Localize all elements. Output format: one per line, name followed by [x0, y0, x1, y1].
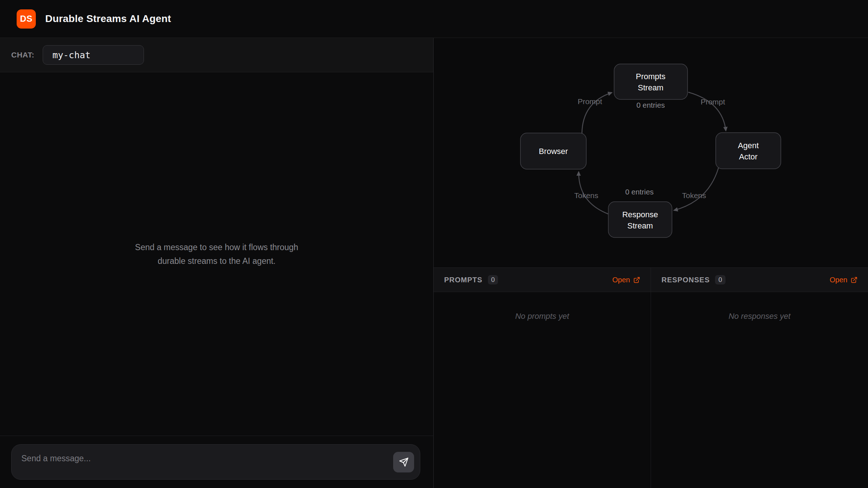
- node-browser: Browser: [520, 133, 586, 169]
- svg-text:Browser: Browser: [539, 147, 568, 156]
- stream-flow-diagram: Prompts Stream Agent Actor Browser: [434, 38, 868, 267]
- node-agent-actor: Agent Actor: [716, 133, 781, 169]
- chat-id-input[interactable]: [43, 45, 144, 65]
- message-input-box: [11, 444, 420, 480]
- app-logo: DS: [17, 9, 36, 29]
- response-entries-label: 0 entries: [625, 188, 654, 196]
- prompts-body: No prompts yet: [434, 292, 651, 488]
- external-link-icon: [633, 277, 640, 283]
- responses-body: No responses yet: [651, 292, 868, 488]
- message-input[interactable]: [12, 445, 420, 479]
- chat-empty-state: Send a message to see how it flows throu…: [135, 240, 298, 268]
- responses-title: RESPONSES: [661, 276, 710, 284]
- edge-label-tokens-left: Tokens: [574, 191, 599, 200]
- chat-messages-area: Send a message to see how it flows throu…: [0, 72, 433, 436]
- composer-area: [0, 436, 433, 488]
- responses-empty-state: No responses yet: [651, 312, 868, 321]
- open-responses-link[interactable]: Open: [830, 276, 858, 284]
- svg-text:Agent: Agent: [738, 141, 759, 150]
- prompts-entries-label: 0 entries: [637, 101, 665, 109]
- prompts-title: PROMPTS: [444, 276, 482, 284]
- responses-header: RESPONSES 0 Open: [651, 268, 868, 292]
- svg-text:Prompts: Prompts: [636, 72, 665, 81]
- chat-panel: CHAT: Send a message to see how it flows…: [0, 38, 434, 488]
- app-header: DS Durable Streams AI Agent: [0, 0, 868, 38]
- node-prompts-stream: Prompts Stream: [614, 64, 688, 99]
- prompts-stream-panel: PROMPTS 0 Open No prompts yet: [434, 268, 651, 488]
- svg-text:Actor: Actor: [739, 152, 757, 161]
- send-paper-plane-icon: [399, 457, 409, 467]
- chat-bar: CHAT:: [0, 38, 433, 72]
- prompts-count-badge: 0: [488, 275, 498, 284]
- chat-label: CHAT:: [11, 51, 34, 59]
- prompts-empty-state: No prompts yet: [434, 312, 651, 321]
- open-prompts-link[interactable]: Open: [612, 276, 640, 284]
- chat-empty-line1: Send a message to see how it flows throu…: [135, 240, 298, 254]
- open-responses-label: Open: [830, 276, 847, 284]
- svg-text:Response: Response: [622, 210, 658, 219]
- open-prompts-label: Open: [612, 276, 630, 284]
- svg-text:Stream: Stream: [638, 83, 664, 92]
- main-layout: CHAT: Send a message to see how it flows…: [0, 38, 868, 488]
- responses-count-badge: 0: [715, 275, 725, 284]
- edge-label-tokens-right: Tokens: [682, 191, 706, 200]
- stream-lists: PROMPTS 0 Open No prompts yet: [434, 267, 868, 488]
- app-root: DS Durable Streams AI Agent CHAT: Send a…: [0, 0, 868, 488]
- prompts-header: PROMPTS 0 Open: [434, 268, 651, 292]
- node-response-stream: Response Stream: [608, 202, 672, 237]
- edge-agent-to-response: [674, 167, 719, 210]
- svg-text:Stream: Stream: [627, 221, 653, 230]
- edge-label-prompt-right: Prompt: [701, 98, 725, 106]
- send-button[interactable]: [393, 452, 414, 472]
- responses-stream-panel: RESPONSES 0 Open No responses yet: [651, 268, 868, 488]
- streams-panel: Prompts Stream Agent Actor Browser: [434, 38, 868, 488]
- chat-empty-line2: durable streams to the AI agent.: [135, 254, 298, 268]
- app-title: Durable Streams AI Agent: [45, 13, 171, 25]
- external-link-icon: [851, 277, 858, 283]
- flow-diagram-canvas: Prompts Stream Agent Actor Browser: [434, 38, 868, 267]
- edge-label-prompt-left: Prompt: [578, 97, 602, 106]
